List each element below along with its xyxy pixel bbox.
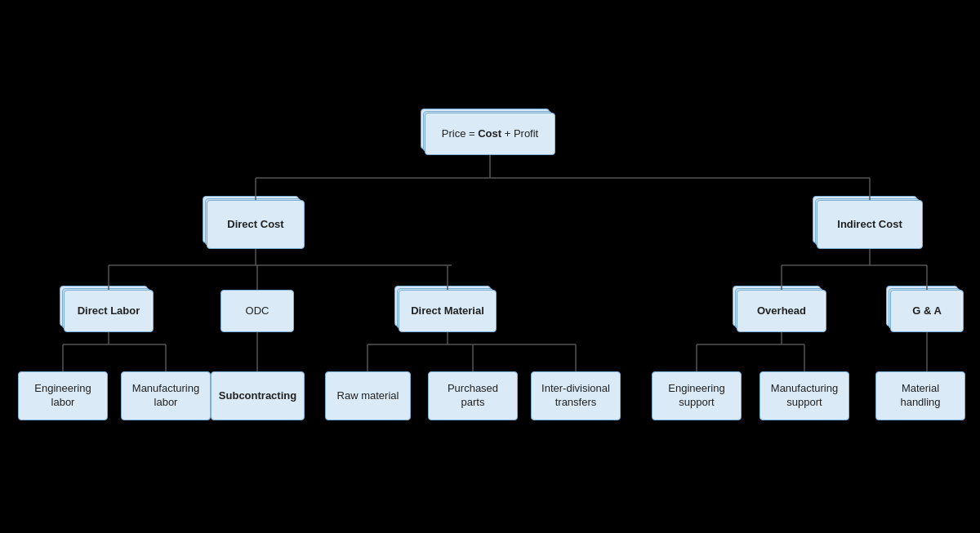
direct-labor-node: Direct Labor — [64, 290, 154, 332]
mfg-support-node: Manufacturing support — [760, 371, 849, 420]
odc-label: ODC — [246, 304, 270, 318]
purchased-parts-label: Purchased parts — [435, 382, 510, 410]
odc-node: ODC — [220, 290, 294, 332]
root-node: Price = Cost + Profit — [425, 113, 555, 155]
ga-node: G & A — [890, 290, 964, 332]
purchased-parts-node: Purchased parts — [428, 371, 518, 420]
eng-labor-node: Engineering labor — [18, 371, 108, 420]
inter-divisional-label: Inter-divisional transfers — [538, 382, 613, 410]
direct-cost-node: Direct Cost — [207, 200, 305, 249]
raw-material-node: Raw material — [325, 371, 411, 420]
inter-divisional-node: Inter-divisional transfers — [531, 371, 621, 420]
overhead-node: Overhead — [737, 290, 826, 332]
raw-material-label: Raw material — [337, 389, 399, 403]
eng-labor-label: Engineering labor — [25, 382, 100, 410]
direct-material-node: Direct Material — [399, 290, 497, 332]
material-handling-label: Material handling — [883, 382, 958, 410]
mfg-labor-label: Manufacturing labor — [128, 382, 203, 410]
direct-cost-label: Direct Cost — [227, 218, 283, 232]
ga-label: G & A — [912, 304, 942, 318]
indirect-cost-node: Indirect Cost — [817, 200, 923, 249]
subcontracting-label: Subcontracting — [219, 389, 296, 403]
material-handling-node: Material handling — [875, 371, 965, 420]
eng-support-node: Engineering support — [652, 371, 742, 420]
subcontracting-node: Subcontracting — [211, 371, 305, 420]
diagram: Price = Cost + Profit Direct Cost Indire… — [0, 0, 980, 533]
overhead-label: Overhead — [757, 304, 806, 318]
connector-lines — [0, 0, 980, 533]
root-label: Price = Cost + Profit — [442, 127, 539, 141]
eng-support-label: Engineering support — [659, 382, 734, 410]
direct-labor-label: Direct Labor — [78, 304, 140, 318]
direct-material-label: Direct Material — [411, 304, 484, 318]
indirect-cost-label: Indirect Cost — [837, 218, 902, 232]
mfg-support-label: Manufacturing support — [767, 382, 842, 410]
mfg-labor-node: Manufacturing labor — [121, 371, 211, 420]
